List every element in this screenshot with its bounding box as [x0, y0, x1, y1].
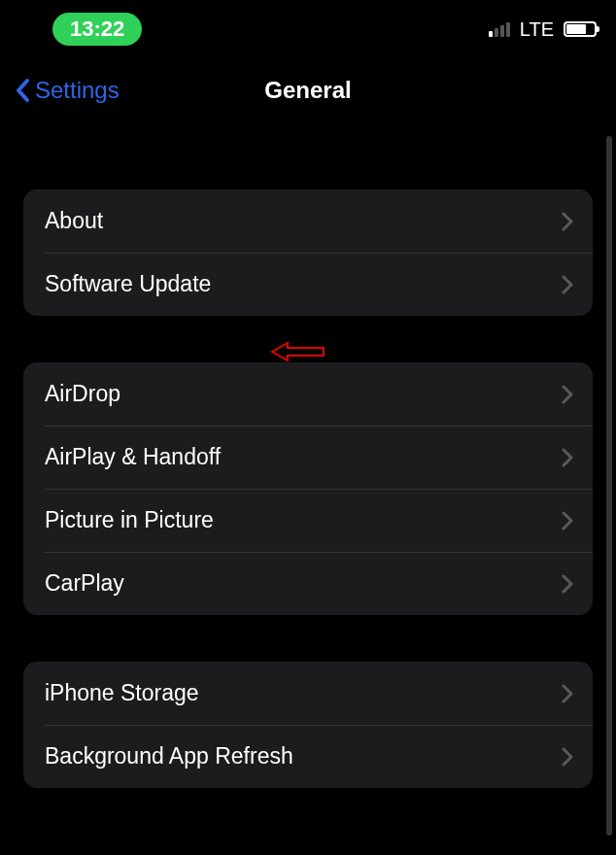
chevron-left-icon: [14, 77, 33, 104]
settings-group: iPhone Storage Background App Refresh: [23, 662, 593, 788]
settings-group: AirDrop AirPlay & Handoff Picture in Pic…: [23, 362, 593, 615]
row-picture-in-picture[interactable]: Picture in Picture: [23, 489, 593, 552]
back-label: Settings: [35, 77, 120, 104]
row-label: Software Update: [45, 271, 211, 297]
status-bar: 13:22 LTE: [0, 0, 616, 58]
row-airplay-handoff[interactable]: AirPlay & Handoff: [23, 426, 593, 489]
page-title: General: [264, 77, 351, 104]
row-airdrop[interactable]: AirDrop: [23, 362, 593, 426]
status-right: LTE: [489, 18, 597, 41]
content: About Software Update AirDrop AirPlay & …: [0, 189, 616, 788]
nav-bar: Settings General: [0, 58, 616, 121]
row-label: Background App Refresh: [45, 743, 293, 770]
chevron-right-icon: [562, 212, 573, 231]
row-label: About: [45, 208, 103, 234]
chevron-right-icon: [562, 511, 573, 530]
settings-group: About Software Update: [23, 189, 593, 316]
back-button[interactable]: Settings: [14, 77, 120, 104]
row-label: AirDrop: [45, 381, 120, 407]
battery-icon: [564, 21, 597, 37]
row-label: iPhone Storage: [45, 680, 199, 706]
row-iphone-storage[interactable]: iPhone Storage: [23, 662, 593, 725]
chevron-right-icon: [562, 385, 573, 404]
status-time[interactable]: 13:22: [52, 13, 142, 46]
chevron-right-icon: [562, 275, 573, 294]
network-label: LTE: [520, 18, 554, 41]
row-software-update[interactable]: Software Update: [23, 253, 593, 316]
chevron-right-icon: [562, 684, 573, 703]
chevron-right-icon: [562, 448, 573, 467]
row-label: CarPlay: [45, 570, 124, 597]
chevron-right-icon: [562, 747, 573, 767]
row-label: Picture in Picture: [45, 507, 214, 533]
row-about[interactable]: About: [23, 189, 593, 253]
signal-icon: [489, 21, 510, 37]
row-carplay[interactable]: CarPlay: [23, 552, 593, 615]
scrollbar[interactable]: [606, 136, 612, 836]
row-background-app-refresh[interactable]: Background App Refresh: [23, 725, 593, 788]
chevron-right-icon: [562, 574, 573, 594]
row-label: AirPlay & Handoff: [45, 444, 221, 470]
